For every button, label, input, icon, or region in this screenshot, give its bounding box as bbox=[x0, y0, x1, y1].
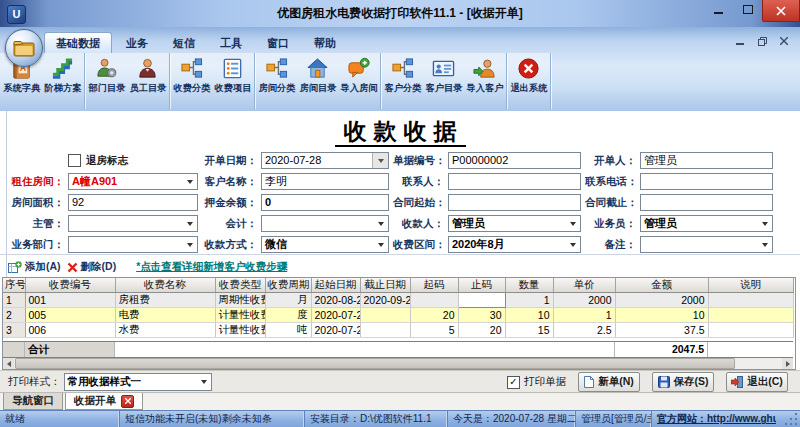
import-rooms-button[interactable]: 导入房间 bbox=[338, 55, 379, 95]
department-label: 业务部门： bbox=[9, 236, 64, 253]
deposit-field[interactable]: 0 bbox=[261, 194, 389, 211]
chevron-down-icon bbox=[201, 380, 207, 384]
mdi-restore-button[interactable] bbox=[756, 36, 768, 46]
tab-business[interactable]: 业务 bbox=[115, 33, 159, 53]
mdi-minimize-button[interactable] bbox=[734, 36, 746, 46]
exit-button[interactable]: 退出(C) bbox=[726, 372, 788, 392]
footer-actions: ✓ 打印单据 新单(N) 保存(S) bbox=[507, 372, 788, 392]
print-style-combo[interactable]: 常用收据样式一 bbox=[64, 373, 212, 391]
total-label: 合计 bbox=[25, 342, 115, 357]
tab-tools[interactable]: 工具 bbox=[209, 33, 253, 53]
area-label: 房间面积： bbox=[9, 194, 64, 211]
official-website-link[interactable]: 官方网站：http://www.ghutu.com bbox=[652, 411, 776, 427]
customer-directory-button[interactable]: 客户目录 bbox=[423, 55, 464, 95]
customer-field[interactable]: 李明 bbox=[261, 173, 389, 190]
salesman-combo[interactable]: 管理员 bbox=[640, 215, 773, 232]
room-directory-button[interactable]: 房间目录 bbox=[297, 55, 338, 95]
window-controls bbox=[704, 0, 800, 22]
mdi-close-button[interactable] bbox=[778, 36, 790, 46]
ladder-steps-icon bbox=[51, 57, 74, 80]
tab-close-button[interactable] bbox=[121, 395, 134, 408]
accountant-combo[interactable] bbox=[261, 215, 389, 232]
area-field[interactable]: 92 bbox=[68, 194, 198, 211]
contact-field[interactable] bbox=[448, 173, 581, 190]
print-doc-checkbox[interactable]: ✓ bbox=[507, 376, 520, 389]
maximize-button[interactable] bbox=[733, 0, 762, 20]
deposit-label: 押金余额： bbox=[202, 194, 257, 211]
scroll-left-button[interactable] bbox=[3, 358, 14, 369]
chevron-down-icon bbox=[762, 222, 768, 226]
title-bar: U 优图房租水电费收据打印软件11.1 - [收据开单] bbox=[0, 0, 800, 27]
minimize-button[interactable] bbox=[704, 0, 733, 20]
department-combo[interactable] bbox=[68, 236, 198, 253]
bill-date-field[interactable]: 2020-07-28 bbox=[261, 152, 389, 169]
application-window: U 优图房租水电费收据打印软件11.1 - [收据开单] 基础数据 业务 bbox=[0, 0, 800, 427]
room-combo[interactable]: A幢A901 bbox=[68, 173, 198, 190]
tab-navigation-window[interactable]: 导航窗口 bbox=[3, 393, 63, 410]
tab-sms[interactable]: 短信 bbox=[162, 33, 206, 53]
page-title: 收款收据 bbox=[0, 116, 800, 147]
fee-items-button[interactable]: 收费项目 bbox=[212, 55, 253, 95]
room-category-button[interactable]: 房间分类 bbox=[256, 55, 297, 95]
cashier-combo[interactable]: 管理员 bbox=[448, 215, 581, 232]
pay-method-combo[interactable]: 微信 bbox=[261, 236, 389, 253]
scroll-right-button[interactable] bbox=[782, 358, 793, 369]
close-button[interactable] bbox=[762, 0, 800, 22]
exit-system-icon bbox=[517, 57, 540, 80]
room-label: 租住房间： bbox=[9, 173, 64, 190]
ribbon-tab-strip: 基础数据 业务 短信 工具 窗口 帮助 bbox=[44, 30, 347, 53]
tab-basic-data[interactable]: 基础数据 bbox=[44, 32, 112, 53]
customer-category-button[interactable]: 客户分类 bbox=[382, 55, 423, 95]
receipt-no-field[interactable]: P00000002 bbox=[448, 152, 581, 169]
cashier-label: 收款人： bbox=[393, 215, 444, 232]
department-directory-button[interactable]: 部门目录 bbox=[86, 55, 127, 95]
fee-items-list-icon bbox=[221, 57, 244, 80]
footer-bar: 打印样式： 常用收据样式一 ✓ 打印单据 新单(N) bbox=[0, 370, 800, 393]
new-receipt-button[interactable]: 新单(N) bbox=[578, 372, 640, 392]
bill-date-label: 开单日期： bbox=[202, 152, 257, 169]
checkout-checkbox[interactable] bbox=[68, 154, 81, 167]
application-menu-button[interactable] bbox=[5, 29, 43, 67]
phone-field[interactable] bbox=[640, 173, 773, 190]
chevron-down-icon bbox=[378, 222, 384, 226]
supervisor-combo[interactable] bbox=[68, 215, 198, 232]
tab-help[interactable]: 帮助 bbox=[303, 33, 347, 53]
status-sms: 短信功能未开启(未知)剩余未知条 bbox=[120, 411, 305, 427]
mdi-tab-bar: 导航窗口 收据开单 bbox=[0, 392, 800, 410]
close-icon bbox=[125, 398, 131, 404]
checkout-label: 退房标志 bbox=[86, 154, 128, 168]
ribbon-toolbar: A 系统字典 阶梯方案 bbox=[0, 53, 551, 109]
horizontal-scrollbar[interactable] bbox=[3, 358, 793, 369]
accountant-label: 会计： bbox=[202, 215, 257, 232]
employee-directory-button[interactable]: 员工目录 bbox=[127, 55, 168, 95]
delete-row-button[interactable]: 删除(D) bbox=[67, 260, 117, 274]
fee-grid: 序号 收费编号 收费名称 收费类型 收费周期 起始日期 截止日期 起码 止码 数… bbox=[2, 277, 796, 370]
save-button[interactable]: 保存(S) bbox=[652, 372, 714, 392]
import-customers-button[interactable]: 导入客户 bbox=[464, 55, 505, 95]
add-row-button[interactable]: 添加(A) bbox=[8, 260, 61, 274]
contract-end-label: 合同截止： bbox=[585, 194, 636, 211]
new-document-icon bbox=[584, 376, 594, 388]
scrollbar-thumb[interactable] bbox=[15, 358, 735, 369]
arrow-left-icon bbox=[7, 361, 11, 367]
tab-window[interactable]: 窗口 bbox=[256, 33, 300, 53]
creator-field[interactable]: 管理员 bbox=[640, 152, 773, 169]
resize-grip-icon[interactable] bbox=[785, 413, 799, 427]
contract-end-field[interactable] bbox=[640, 194, 773, 211]
chevron-down-icon bbox=[378, 243, 384, 247]
print-doc-option: ✓ 打印单据 bbox=[507, 375, 566, 389]
ladder-scheme-button[interactable]: 阶梯方案 bbox=[42, 55, 83, 95]
chevron-down-icon bbox=[570, 243, 576, 247]
remark-combo[interactable] bbox=[640, 236, 773, 253]
fee-category-button[interactable]: 收费分类 bbox=[171, 55, 212, 95]
calendar-dropdown-button[interactable] bbox=[372, 153, 388, 168]
tab-receipt-entry[interactable]: 收据开单 bbox=[65, 393, 143, 410]
receipt-no-label: 单据编号： bbox=[393, 152, 444, 169]
fee-category-tree-icon bbox=[180, 57, 203, 80]
fee-period-combo[interactable]: 2020年8月 bbox=[448, 236, 581, 253]
minimize-icon bbox=[736, 37, 744, 45]
add-icon bbox=[8, 261, 22, 274]
fee-help-link[interactable]: *点击查看详细新增客户收费步骤 bbox=[136, 260, 287, 274]
exit-system-button[interactable]: 退出系统 bbox=[508, 55, 549, 95]
contract-start-field[interactable] bbox=[448, 194, 581, 211]
